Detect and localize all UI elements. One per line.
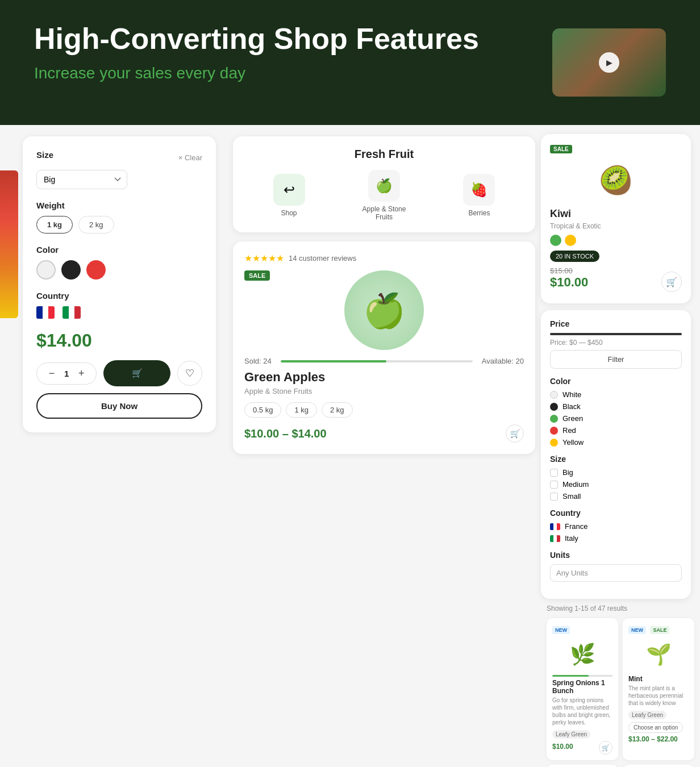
tag-2kg[interactable]: 2 kg: [322, 402, 353, 418]
size-big[interactable]: Big: [550, 468, 682, 477]
size-small[interactable]: Small: [550, 492, 682, 501]
price-filter-label: Price: [550, 319, 682, 328]
right-panel: SALE 🥝 Kiwi Tropical & Exotic 20 IN STOC…: [541, 125, 700, 767]
berries-icon: 🍓: [463, 174, 495, 206]
color-section: Color: [36, 245, 202, 280]
hero-title: High-Converting Shop Features: [34, 23, 530, 55]
mint-choose[interactable]: Choose an option: [628, 722, 683, 733]
range-fill: [550, 333, 682, 335]
italy-flag: [550, 535, 560, 542]
size-label: Size: [36, 150, 53, 160]
fresh-fruit-nav: Fresh Fruit ↩ Shop 🍏 Apple & StoneFruits…: [233, 136, 535, 232]
wishlist-button[interactable]: ♡: [177, 361, 202, 386]
white-label: White: [562, 390, 581, 399]
color-black-option[interactable]: Black: [550, 402, 682, 411]
play-button[interactable]: ▶: [599, 52, 619, 73]
tag-05kg[interactable]: 0.5 kg: [244, 402, 281, 418]
green-dot: [550, 415, 558, 423]
country-italy[interactable]: Italy: [550, 534, 682, 543]
flag-france[interactable]: [36, 306, 55, 319]
nav-apple[interactable]: 🍏 Apple & StoneFruits: [363, 170, 406, 221]
sold-bar: [281, 360, 473, 362]
kiwi-category: Tropical & Exotic: [550, 222, 682, 230]
france-label: France: [565, 522, 588, 531]
spring-onions-cart[interactable]: 🛒: [599, 741, 612, 755]
flag-italy[interactable]: [63, 306, 81, 319]
sold-fill: [281, 360, 386, 362]
mini-cart-button[interactable]: 🛒: [506, 424, 524, 443]
center-panel: Fresh Fruit ↩ Shop 🍏 Apple & StoneFruits…: [227, 125, 541, 767]
spring-onions-img: 🌿: [560, 637, 605, 672]
sold-fill-onions: [552, 675, 589, 677]
units-select[interactable]: Any Units: [550, 564, 682, 582]
price-range-bar: [550, 333, 682, 335]
product-price-range: $10.00 – $14.00: [244, 427, 327, 440]
size-select[interactable]: Big Medium Small: [36, 170, 127, 189]
country-options: [36, 306, 202, 319]
color-filter: Color White Black Green Red: [550, 377, 682, 447]
kiwi-old-price: $15.00: [550, 266, 682, 275]
product-name: Green Apples: [244, 370, 524, 385]
quantity-control: − 1 +: [36, 362, 97, 385]
kiwi-cart-button[interactable]: 🛒: [661, 272, 682, 292]
nav-items: ↩ Shop 🍏 Apple & StoneFruits 🍓 Berries: [244, 170, 524, 221]
qty-increase[interactable]: +: [76, 368, 87, 380]
cart-icon: 🛒: [132, 368, 143, 378]
mint-sale-badge: SALE: [650, 626, 669, 634]
nav-berries[interactable]: 🍓 Berries: [463, 174, 495, 217]
units-filter: Units Any Units: [550, 551, 682, 582]
color-red-option[interactable]: Red: [550, 426, 682, 435]
green-label: Green: [562, 414, 583, 423]
color-red[interactable]: [86, 260, 106, 280]
color-white-option[interactable]: White: [550, 390, 682, 399]
size-medium[interactable]: Medium: [550, 480, 682, 489]
fresh-fruit-title: Fresh Fruit: [244, 148, 524, 161]
buy-now-button[interactable]: Buy Now: [36, 393, 202, 419]
filter-button[interactable]: Filter: [550, 350, 682, 369]
mint-price: $13.00 – $22.00: [628, 735, 689, 743]
color-green-option[interactable]: Green: [550, 414, 682, 423]
rating-row: ★★★★★ 14 customer reviews: [244, 253, 524, 264]
hero-section: High-Converting Shop Features Increase y…: [0, 0, 700, 125]
sale-badge: SALE: [244, 270, 270, 281]
color-black[interactable]: [61, 260, 81, 280]
tag-1kg[interactable]: 1 kg: [286, 402, 317, 418]
color-white[interactable]: [36, 260, 56, 280]
yellow-label: Yellow: [562, 438, 584, 447]
grid-product-garlic: 🧄 Wet Garlic 1kg $10.00 🛒: [547, 765, 618, 767]
spring-onions-desc: Go for spring onions with firm, unblemis…: [552, 697, 612, 726]
units-label: Units: [550, 551, 682, 560]
weight-1kg[interactable]: 1 kg: [36, 216, 73, 234]
apple-icon: 🍏: [368, 170, 400, 202]
size-filter: Size Big Medium Small: [550, 455, 682, 501]
kiwi-colors: [550, 235, 682, 246]
qty-decrease[interactable]: −: [46, 368, 57, 380]
weight-section: Weight 1 kg 2 kg: [36, 201, 202, 234]
country-france[interactable]: France: [550, 522, 682, 531]
clear-button[interactable]: × Clear: [178, 153, 202, 162]
size-big-check: [550, 469, 558, 477]
weight-label: Weight: [36, 201, 202, 210]
hero-text: High-Converting Shop Features Increase y…: [34, 23, 530, 82]
red-dot: [550, 427, 558, 435]
weight-2kg[interactable]: 2 kg: [78, 216, 114, 234]
color-yellow-option[interactable]: Yellow: [550, 438, 682, 447]
country-filter-label: Country: [550, 508, 682, 518]
yellow-dot: [550, 439, 558, 447]
country-filter: Country France Italy: [550, 508, 682, 543]
hero-video[interactable]: ▶: [552, 28, 666, 97]
sold-bar-onions: [552, 675, 612, 677]
product-options-panel: Size × Clear Big Medium Small Weight 1 k…: [23, 136, 216, 432]
france-flag: [550, 523, 560, 530]
size-small-label: Small: [562, 492, 581, 501]
nav-shop[interactable]: ↩ Shop: [273, 174, 305, 217]
kiwi-color-green[interactable]: [550, 235, 561, 246]
size-section: Size × Clear Big Medium Small: [36, 150, 202, 189]
color-options: [36, 260, 202, 280]
grid-product-mushroom: 🍄 Chestnut Mushroom 50 Gr $9.50: [623, 765, 694, 767]
qty-cart-row: − 1 + 🛒 ♡: [36, 360, 202, 386]
add-to-cart-button[interactable]: 🛒: [103, 360, 170, 386]
mint-name: Mint: [628, 675, 689, 683]
kiwi-color-yellow[interactable]: [565, 235, 576, 246]
spring-onions-price: $10.00: [552, 743, 573, 751]
